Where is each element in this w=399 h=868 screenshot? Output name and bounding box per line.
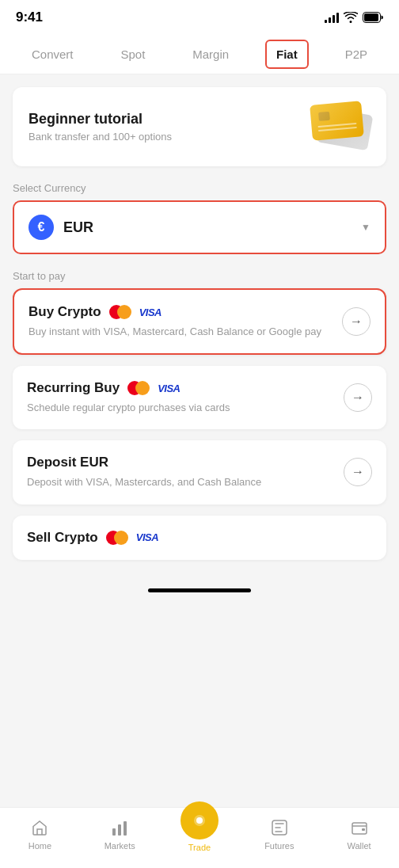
visa-logo: VISA: [139, 306, 162, 318]
recurring-buy-card[interactable]: Recurring Buy VISA Schedule regular cryp…: [13, 366, 386, 429]
tutorial-card[interactable]: Beginner tutorial Bank transfer and 100+…: [13, 87, 386, 166]
wallet-label: Wallet: [348, 841, 371, 851]
tutorial-description: Bank transfer and 100+ options: [28, 131, 172, 143]
card-front: [310, 101, 364, 140]
sell-visa-logo: VISA: [136, 531, 158, 543]
sell-mastercard-logo: [106, 531, 128, 545]
svg-rect-4: [124, 821, 127, 836]
recurring-buy-title-row: Recurring Buy VISA: [27, 380, 334, 396]
status-icons: [325, 12, 383, 23]
main-content: Beginner tutorial Bank transfer and 100+…: [0, 74, 399, 584]
home-label: Home: [28, 841, 51, 851]
buy-crypto-desc: Buy instant with VISA, Mastercard, Cash …: [28, 325, 332, 339]
bottom-nav-markets[interactable]: Markets: [96, 817, 143, 851]
currency-name: EUR: [63, 219, 93, 236]
currency-section-label: Select Currency: [13, 182, 386, 194]
svg-rect-9: [362, 828, 365, 831]
pay-section-label: Start to pay: [13, 270, 386, 282]
buy-crypto-card[interactable]: Buy Crypto VISA Buy instant with VISA, M…: [13, 288, 386, 355]
trade-label: Trade: [188, 843, 211, 852]
sell-crypto-card[interactable]: Sell Crypto VISA: [13, 516, 386, 560]
recurring-mastercard-logo: [127, 381, 150, 395]
tutorial-title: Beginner tutorial: [28, 111, 172, 128]
svg-rect-2: [112, 828, 116, 836]
svg-point-6: [196, 817, 203, 824]
deposit-eur-title: Deposit EUR: [27, 455, 108, 470]
mc-right: [117, 305, 131, 319]
futures-label: Futures: [264, 841, 294, 851]
bottom-nav: Home Markets Trade Futures: [0, 807, 399, 868]
bottom-nav-futures[interactable]: Futures: [256, 817, 303, 851]
deposit-eur-desc: Deposit with VISA, Mastercards, and Cash…: [27, 475, 334, 489]
svg-rect-3: [118, 824, 121, 836]
status-time: 9:41: [16, 10, 43, 25]
wallet-icon: [349, 817, 370, 838]
tutorial-image: [307, 103, 370, 150]
sell-crypto-title-row: Sell Crypto VISA: [27, 530, 372, 546]
markets-icon: [109, 817, 130, 838]
deposit-eur-title-row: Deposit EUR: [27, 455, 334, 470]
currency-left: € EUR: [28, 215, 93, 240]
mastercard-logo: [109, 305, 131, 319]
bottom-nav-trade[interactable]: Trade: [176, 816, 223, 852]
svg-rect-8: [352, 823, 367, 834]
tutorial-text: Beginner tutorial Bank transfer and 100+…: [28, 111, 172, 143]
status-bar: 9:41: [0, 0, 399, 35]
card-chip: [318, 112, 330, 121]
wifi-icon: [344, 12, 358, 23]
nav-tabs: Convert Spot Margin Fiat P2P: [0, 35, 399, 74]
home-indicator: [148, 588, 251, 592]
deposit-eur-card[interactable]: Deposit EUR Deposit with VISA, Mastercar…: [13, 440, 386, 504]
chevron-down-icon: ▼: [361, 222, 370, 233]
signal-icon: [325, 12, 339, 23]
tab-spot[interactable]: Spot: [109, 40, 156, 69]
buy-crypto-title-row: Buy Crypto VISA: [28, 304, 332, 320]
sell-mc-right: [114, 531, 128, 545]
recurring-visa-logo: VISA: [158, 383, 180, 394]
buy-crypto-title: Buy Crypto: [28, 304, 101, 320]
eur-icon: €: [28, 215, 54, 240]
recurring-mc-right: [135, 381, 150, 395]
recurring-buy-title: Recurring Buy: [27, 380, 120, 396]
battery-icon: [363, 12, 383, 23]
sell-crypto-title: Sell Crypto: [27, 530, 98, 546]
buy-crypto-arrow[interactable]: →: [342, 307, 370, 336]
currency-selector[interactable]: € EUR ▼: [13, 200, 386, 254]
card-lines: [317, 123, 357, 134]
svg-rect-1: [364, 13, 378, 21]
tab-p2p[interactable]: P2P: [334, 40, 378, 69]
recurring-buy-desc: Schedule regular crypto purchases via ca…: [27, 401, 334, 415]
bottom-nav-wallet[interactable]: Wallet: [336, 817, 383, 851]
recurring-buy-left: Recurring Buy VISA Schedule regular cryp…: [27, 380, 344, 415]
home-icon: [29, 817, 50, 838]
tab-convert[interactable]: Convert: [21, 40, 85, 69]
deposit-eur-left: Deposit EUR Deposit with VISA, Mastercar…: [27, 455, 344, 489]
deposit-eur-arrow[interactable]: →: [344, 458, 372, 486]
tab-margin[interactable]: Margin: [181, 40, 240, 69]
buy-crypto-left: Buy Crypto VISA Buy instant with VISA, M…: [28, 304, 342, 339]
trade-icon: [180, 801, 218, 839]
futures-icon: [269, 817, 290, 838]
tab-fiat[interactable]: Fiat: [265, 40, 309, 69]
bottom-nav-home[interactable]: Home: [16, 817, 63, 851]
recurring-buy-arrow[interactable]: →: [344, 383, 372, 412]
card-visual: [307, 103, 370, 150]
markets-label: Markets: [104, 841, 135, 851]
